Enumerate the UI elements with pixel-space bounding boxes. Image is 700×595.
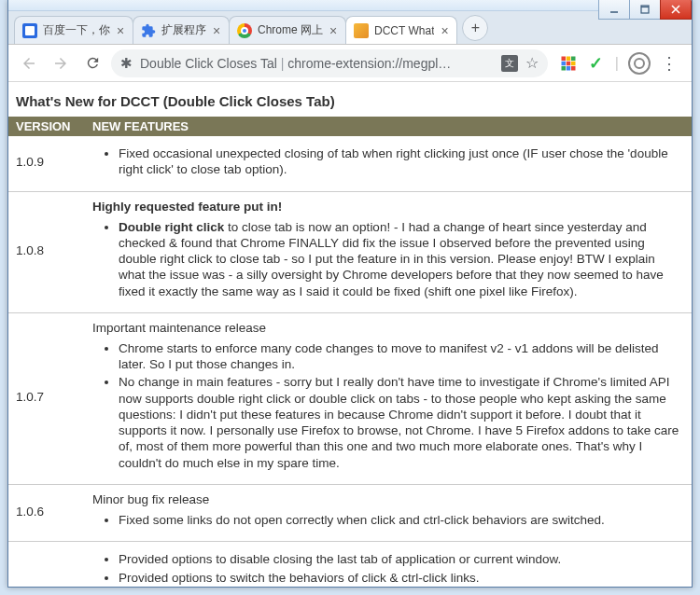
list-item: Fixed some links do not open correctly w… xyxy=(119,512,684,528)
version-cell: 1.0.8 xyxy=(8,191,85,312)
tab-baidu[interactable]: 百度一下，你 × xyxy=(14,16,133,44)
version-cell: 1.0.7 xyxy=(8,312,85,484)
tab-dcct[interactable]: DCCT What × xyxy=(345,16,457,44)
features-cell: Minor bug fix releaseFixed some links do… xyxy=(85,484,692,541)
close-window-button[interactable] xyxy=(660,0,692,20)
tab-label: DCCT What xyxy=(374,24,434,37)
svg-rect-10 xyxy=(571,61,576,65)
url-text: Double Click Closes Tal | chrome-extensi… xyxy=(140,56,494,71)
forward-button[interactable] xyxy=(48,50,74,76)
profile-avatar-icon[interactable] xyxy=(628,52,651,75)
list-item: Provided options to switch the behaviors… xyxy=(119,570,684,586)
col-version: VERSION xyxy=(8,117,85,136)
version-cell: 1.0.6 xyxy=(8,484,85,541)
checkmark-icon[interactable]: ✓ xyxy=(587,54,606,73)
close-tab-icon[interactable]: × xyxy=(438,23,451,38)
window-titlebar[interactable] xyxy=(8,0,692,11)
col-features: NEW FEATURES xyxy=(85,117,692,136)
list-item: Provided options to disable closing the … xyxy=(119,551,684,567)
page-content[interactable]: What's New for DCCT (Double Click Closes… xyxy=(8,82,692,587)
table-row: 1.0.6Minor bug fix releaseFixed some lin… xyxy=(8,484,692,541)
chrome-icon xyxy=(237,23,252,38)
features-cell: Provided options to disable closing the … xyxy=(85,542,692,587)
table-row: 1.0.7Important maintenance releaseChrome… xyxy=(8,312,692,484)
back-button[interactable] xyxy=(16,50,42,76)
translate-icon[interactable]: 文 xyxy=(501,55,518,72)
google-apps-icon[interactable] xyxy=(559,54,578,73)
list-item: Chrome starts to enforce many code chang… xyxy=(119,340,684,373)
maximize-button[interactable] xyxy=(629,0,661,20)
tab-extensions[interactable]: 扩展程序 × xyxy=(133,16,230,44)
reload-button[interactable] xyxy=(79,50,105,76)
kebab-menu-icon[interactable]: ⋮ xyxy=(660,54,679,73)
toolbar: ✱ Double Click Closes Tal | chrome-exten… xyxy=(8,45,692,82)
svg-rect-9 xyxy=(567,61,571,65)
minimize-button[interactable] xyxy=(598,0,630,20)
svg-rect-6 xyxy=(567,56,571,61)
svg-rect-8 xyxy=(561,61,566,65)
list-item: Double right click to close tab is now a… xyxy=(119,219,684,299)
svg-rect-5 xyxy=(561,56,566,61)
features-cell: Important maintenance releaseChrome star… xyxy=(85,312,692,484)
feature-list: Double right click to close tab is now a… xyxy=(92,219,684,299)
svg-rect-11 xyxy=(561,66,566,71)
table-row: 1.0.9Fixed occasional unexpected closing… xyxy=(8,136,692,191)
feature-list: Chrome starts to enforce many code chang… xyxy=(92,340,684,471)
tab-label: 扩展程序 xyxy=(161,22,206,38)
feature-list: Fixed occasional unexpected closing of t… xyxy=(92,145,684,178)
feature-list: Fixed some links do not open correctly w… xyxy=(92,512,684,528)
page-title: What's New for DCCT (Double Click Closes… xyxy=(8,82,692,117)
close-tab-icon[interactable]: × xyxy=(210,23,223,38)
extension-icons: ✓ | ⋮ xyxy=(553,52,684,75)
window-controls xyxy=(599,0,692,20)
svg-rect-13 xyxy=(571,66,576,71)
close-tab-icon[interactable]: × xyxy=(114,23,127,38)
tabstrip: 百度一下，你 × 扩展程序 × Chrome 网上 × DCCT What × … xyxy=(8,11,692,45)
tab-webstore[interactable]: Chrome 网上 × xyxy=(229,16,346,44)
feature-list: Provided options to disable closing the … xyxy=(92,551,684,587)
table-row: 1.0.8Highly requested feature put in!Dou… xyxy=(8,191,692,312)
tab-label: Chrome 网上 xyxy=(258,22,323,38)
features-cell: Fixed occasional unexpected closing of t… xyxy=(85,136,692,191)
puzzle-icon xyxy=(141,23,156,38)
extension-icon: ✱ xyxy=(120,55,133,72)
bookmark-star-icon[interactable]: ☆ xyxy=(525,54,539,72)
list-item: No change in main features - sorry but I… xyxy=(119,374,684,471)
changelog-table: VERSION NEW FEATURES 1.0.9Fixed occasion… xyxy=(8,117,692,587)
features-cell: Highly requested feature put in!Double r… xyxy=(85,191,692,312)
svg-rect-7 xyxy=(571,56,576,61)
tab-label: 百度一下，你 xyxy=(43,22,110,38)
new-tab-button[interactable]: + xyxy=(462,15,488,41)
svg-rect-12 xyxy=(567,66,571,71)
version-cell: 1.0.5 xyxy=(8,542,85,587)
version-cell: 1.0.9 xyxy=(8,136,85,191)
baidu-icon xyxy=(22,23,37,38)
dcct-icon xyxy=(354,23,369,38)
close-tab-icon[interactable]: × xyxy=(327,23,340,38)
list-item: Fixed occasional unexpected closing of t… xyxy=(119,145,684,178)
address-bar[interactable]: ✱ Double Click Closes Tal | chrome-exten… xyxy=(111,49,548,77)
table-row: 1.0.5Provided options to disable closing… xyxy=(8,542,692,587)
browser-window: 百度一下，你 × 扩展程序 × Chrome 网上 × DCCT What × … xyxy=(7,0,693,588)
